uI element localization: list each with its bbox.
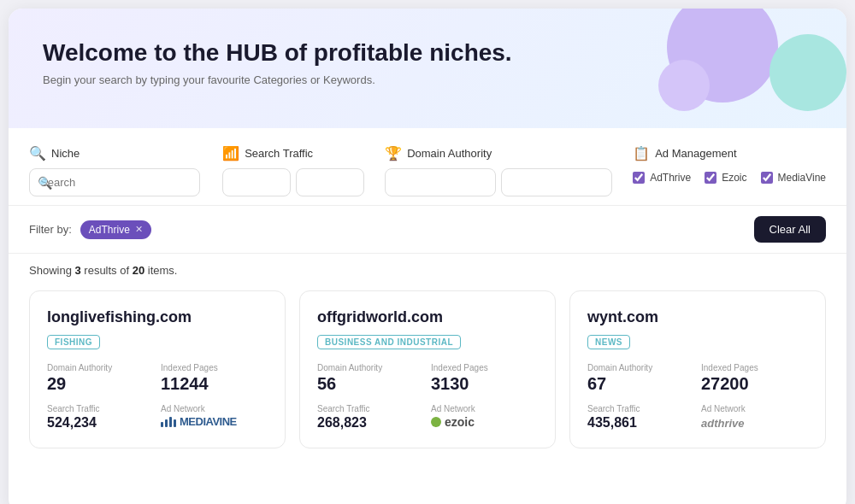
results-count: Showing 3 results of 20 items. [9, 254, 846, 284]
ezoic-logo: ezoic [431, 415, 538, 429]
stat-ip-value-1: 11244 [161, 374, 268, 394]
stat-da-label-1: Domain Authority [47, 363, 154, 372]
adthrive-checkbox-label[interactable]: AdThrive [633, 172, 691, 184]
stat-da-3: Domain Authority 67 [587, 363, 694, 394]
stat-st-value-1: 524,234 [47, 415, 154, 431]
card-stats-2: Domain Authority 56 Indexed Pages 3130 S… [317, 363, 538, 431]
stat-st-label-2: Search Traffic [317, 404, 424, 413]
filter-tag-remove-icon[interactable]: ✕ [135, 224, 143, 235]
mediavine-label: MediaVine [778, 172, 826, 184]
domain-range-inputs [385, 168, 612, 196]
stat-ip-label-1: Indexed Pages [161, 363, 268, 372]
card-stats-3: Domain Authority 67 Indexed Pages 27200 … [587, 363, 808, 431]
mediavine-bars-icon [161, 417, 176, 427]
stat-st-2: Search Traffic 268,823 [317, 404, 424, 431]
ad-icon: 📋 [633, 145, 650, 161]
stat-da-2: Domain Authority 56 [317, 363, 424, 394]
ad-checkboxes: AdThrive Ezoic MediaVine [633, 172, 826, 184]
traffic-label: 📶 Search Traffic [222, 145, 364, 161]
stat-da-value-2: 56 [317, 374, 424, 394]
traffic-max-input[interactable] [296, 168, 364, 196]
traffic-range-inputs [222, 168, 364, 196]
results-total: 20 [133, 264, 144, 277]
ezoic-checkbox-label[interactable]: Ezoic [705, 172, 746, 184]
stat-da-value-1: 29 [47, 374, 154, 394]
card-longlivefishing: longlivefishing.com FISHING Domain Autho… [29, 290, 286, 448]
stat-ip-2: Indexed Pages 3130 [431, 363, 538, 394]
stat-st-label-1: Search Traffic [47, 404, 154, 413]
ezoic-text: ezoic [445, 415, 475, 429]
ezoic-label: Ezoic [722, 172, 746, 184]
domain-min-input[interactable] [385, 168, 496, 196]
filter-bar-left: Filter by: AdThrive ✕ [29, 220, 151, 239]
domain-icon: 🏆 [385, 145, 402, 161]
niche-search-wrapper: 🔍 [29, 168, 202, 196]
domain-label: 🏆 Domain Authority [385, 145, 612, 161]
stat-ip-1: Indexed Pages 11244 [161, 363, 268, 394]
niche-label: 🔍 Niche [29, 145, 202, 161]
card-offgridworld: offgridworld.com BUSINESS AND INDUSTRIAL… [299, 290, 556, 448]
results-showing: 3 [74, 264, 80, 277]
stat-st-label-3: Search Traffic [587, 404, 694, 413]
filter-tag-label: AdThrive [89, 224, 130, 236]
hero-decoration [624, 9, 846, 128]
stat-ip-label-3: Indexed Pages [701, 363, 808, 372]
filter-group-traffic: 📶 Search Traffic [222, 145, 364, 196]
stat-st-value-3: 435,861 [587, 415, 694, 431]
domain-max-input[interactable] [501, 168, 612, 196]
niche-icon: 🔍 [29, 145, 46, 161]
stat-st-3: Search Traffic 435,861 [587, 404, 694, 431]
adthrive-logo: adthrive [701, 415, 808, 431]
stat-da-label-3: Domain Authority [587, 363, 694, 372]
filters-section: 🔍 Niche 🔍 📶 Search Traffic [9, 128, 846, 206]
mediavine-logo: MEDIAVINE [161, 415, 268, 428]
stat-an-3: Ad Network adthrive [701, 404, 808, 431]
ad-label: 📋 Ad Management [633, 145, 826, 161]
stat-an-label-3: Ad Network [701, 404, 808, 413]
stat-da-value-3: 67 [587, 374, 694, 394]
stat-da-label-2: Domain Authority [317, 363, 424, 372]
card-wynt: wynt.com NEWS Domain Authority 67 Indexe… [569, 290, 826, 448]
app-container: Welcome to the HUB of profitable niches.… [9, 9, 846, 504]
deco-circle-teal [770, 34, 846, 111]
adthrive-label: AdThrive [650, 172, 691, 184]
filter-bar: Filter by: AdThrive ✕ Clear All [9, 206, 846, 254]
card-tag-1: FISHING [47, 335, 100, 349]
card-tag-3: NEWS [587, 335, 630, 349]
adthrive-text: adthrive [701, 417, 745, 430]
stat-an-2: Ad Network ezoic [431, 404, 538, 431]
stat-an-label-1: Ad Network [161, 404, 268, 413]
card-stats-1: Domain Authority 29 Indexed Pages 11244 … [47, 363, 268, 431]
mediavine-text: MEDIAVINE [180, 415, 237, 428]
stat-an-1: Ad Network MEDIAVINE [161, 404, 268, 431]
card-domain-3: wynt.com [587, 308, 808, 326]
stat-ip-label-2: Indexed Pages [431, 363, 538, 372]
card-domain-2: offgridworld.com [317, 308, 538, 326]
ezoic-checkbox[interactable] [705, 172, 716, 184]
stat-st-value-2: 268,823 [317, 415, 424, 431]
niche-search-input[interactable] [29, 168, 200, 196]
filter-by-label: Filter by: [29, 223, 72, 236]
mediavine-checkbox[interactable] [761, 172, 773, 184]
stat-da-1: Domain Authority 29 [47, 363, 154, 394]
adthrive-checkbox[interactable] [633, 172, 645, 184]
card-tag-2: BUSINESS AND INDUSTRIAL [317, 335, 461, 349]
filter-tag-adthrive[interactable]: AdThrive ✕ [80, 220, 151, 239]
search-icon: 🔍 [38, 176, 52, 190]
mediavine-checkbox-label[interactable]: MediaVine [761, 172, 826, 184]
ezoic-dot-icon [431, 417, 441, 427]
stat-an-label-2: Ad Network [431, 404, 538, 413]
deco-circle-small [658, 60, 710, 111]
filter-group-admanagement: 📋 Ad Management AdThrive Ezoic MediaVine [633, 145, 826, 184]
stat-ip-3: Indexed Pages 27200 [701, 363, 808, 394]
card-domain-1: longlivefishing.com [47, 308, 268, 326]
stat-ip-value-3: 27200 [701, 374, 808, 394]
traffic-icon: 📶 [222, 145, 239, 161]
stat-ip-value-2: 3130 [431, 374, 538, 394]
clear-all-button[interactable]: Clear All [754, 216, 826, 243]
filter-group-domain: 🏆 Domain Authority [385, 145, 612, 196]
traffic-min-input[interactable] [222, 168, 291, 196]
cards-grid: longlivefishing.com FISHING Domain Autho… [9, 284, 846, 469]
filters-row: 🔍 Niche 🔍 📶 Search Traffic [29, 145, 826, 196]
stat-st-1: Search Traffic 524,234 [47, 404, 154, 431]
